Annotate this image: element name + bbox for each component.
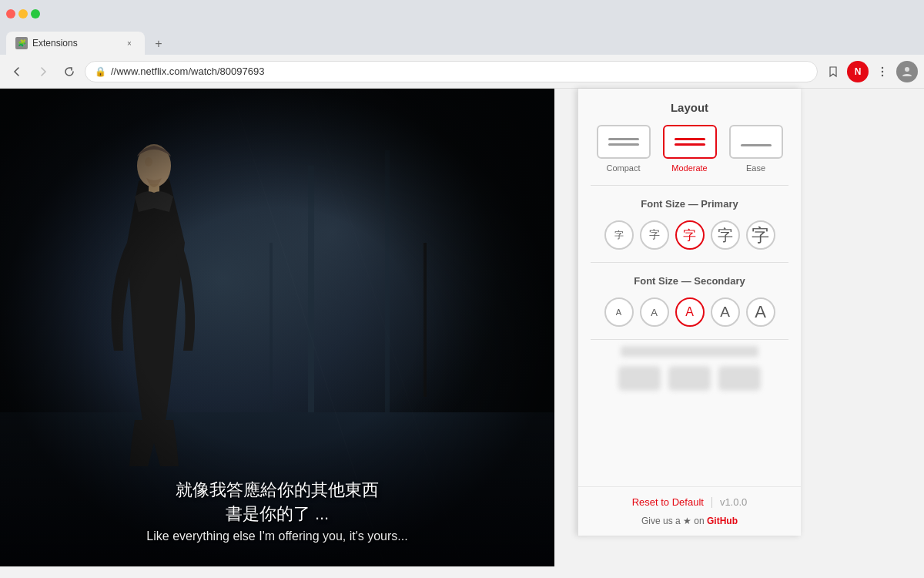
ease-btn[interactable] [729,125,783,159]
extension-panel: Layout Compact [578,89,801,536]
svg-point-3 [905,67,909,72]
layout-section: Layout Compact [578,89,801,185]
github-link[interactable]: GitHub [707,516,738,526]
blurred-btn-2 [668,366,711,391]
font-secondary-section: Font Size — Secondary A A A A A [578,263,801,339]
tabs-bar: 🧩 Extensions × + [0,27,924,55]
blurred-section [578,340,801,400]
font-primary-size-2[interactable]: 字 [640,220,669,250]
title-bar [0,0,924,27]
chrome-menu-button[interactable] [872,61,893,82]
address-text: //www.netflix.com/watch/80097693 [111,66,264,77]
ease-label: Ease [746,163,765,173]
compact-btn[interactable] [597,125,651,159]
svg-point-1 [882,70,883,72]
blurred-title [621,346,759,357]
netflix-extension-button[interactable]: N [847,61,869,82]
toolbar-right: N [822,61,918,82]
subtitle-line-en: Like everything else I'm offering you, i… [0,529,554,543]
svg-point-2 [882,74,883,76]
window-controls [6,9,40,18]
video-area: 就像我答應給你的其他東西 書是你的了 ... Like everything e… [0,89,554,566]
compact-label: Compact [606,163,640,173]
toolbar: 🔒 //www.netflix.com/watch/80097693 N [0,55,924,89]
blurred-row [591,366,788,391]
moderate-label: Moderate [671,163,707,173]
layout-moderate[interactable]: Moderate [663,125,717,173]
layout-options: Compact Moderate [591,125,788,173]
blurred-btn-3 [718,366,761,391]
panel-footer: Reset to Default v1.0.0 Give us a ★ on G… [578,486,801,536]
minimize-window-btn[interactable] [18,9,28,18]
font-primary-size-3[interactable]: 字 [675,220,705,250]
footer-divider [711,497,712,508]
reset-row: Reset to Default v1.0.0 [591,496,788,508]
font-secondary-title: Font Size — Secondary [591,275,788,287]
layout-title: Layout [591,101,788,114]
forward-button[interactable] [32,61,54,82]
svg-point-0 [882,66,883,68]
refresh-button[interactable] [59,61,80,82]
content-area: 就像我答應給你的其他東西 書是你的了 ... Like everything e… [0,89,924,578]
bookmark-button[interactable] [822,61,844,82]
subtitle-line-1: 就像我答應給你的其他東西 [0,479,554,502]
user-avatar[interactable] [896,61,918,82]
address-bar[interactable]: 🔒 //www.netflix.com/watch/80097693 [85,61,818,82]
font-secondary-size-4[interactable]: A [711,297,740,327]
github-prefix: Give us a ★ on [641,516,707,526]
font-secondary-size-3[interactable]: A [675,297,705,327]
font-primary-size-4[interactable]: 字 [711,220,740,250]
layout-compact[interactable]: Compact [597,125,651,173]
tab-close-btn[interactable]: × [123,37,136,49]
font-primary-size-5[interactable]: 字 [746,220,775,250]
blurred-btn-1 [618,366,661,391]
address-icon: 🔒 [95,66,106,77]
subtitles-container: 就像我答應給你的其他東西 書是你的了 ... Like everything e… [0,479,554,543]
video-background: 就像我答應給你的其他東西 書是你的了 ... Like everything e… [0,89,554,566]
active-tab[interactable]: 🧩 Extensions × [6,32,145,55]
close-window-btn[interactable] [6,9,15,18]
moderate-btn[interactable] [663,125,717,159]
maximize-window-btn[interactable] [31,9,40,18]
font-secondary-options: A A A A A [591,297,788,327]
font-secondary-size-1[interactable]: A [604,297,634,327]
font-secondary-size-2[interactable]: A [640,297,669,327]
tab-title: Extensions [32,38,78,49]
new-tab-button[interactable]: + [148,33,169,55]
font-primary-size-1[interactable]: 字 [604,220,634,250]
layout-ease[interactable]: Ease [729,125,783,173]
version-label: v1.0.0 [720,496,747,508]
reset-to-default-button[interactable]: Reset to Default [632,496,704,508]
github-row: Give us a ★ on GitHub [591,516,788,526]
font-primary-title: Font Size — Primary [591,198,788,210]
font-primary-options: 字 字 字 字 字 [591,220,788,250]
subtitle-line-2: 書是你的了 ... [0,502,554,526]
font-primary-section: Font Size — Primary 字 字 字 字 字 [578,186,801,262]
back-button[interactable] [6,61,28,82]
tab-icon: 🧩 [15,37,28,49]
browser-frame: 🧩 Extensions × + 🔒 //www.netflix.com/wat… [0,0,924,578]
font-secondary-size-5[interactable]: A [746,297,775,327]
